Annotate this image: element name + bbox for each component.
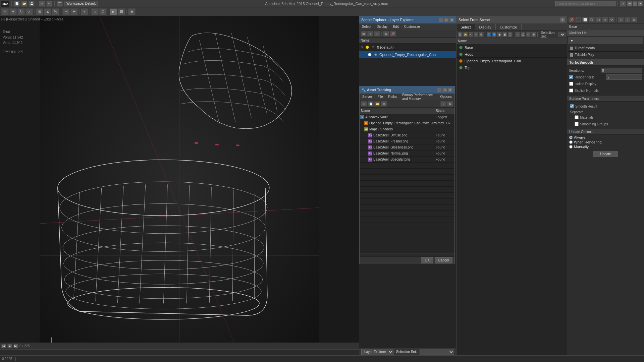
se-expand-icon[interactable]: ↕ — [367, 31, 373, 37]
help-btn[interactable]: ? — [620, 1, 626, 7]
at-minimize-btn[interactable]: ─ — [437, 87, 442, 92]
se-maximize-btn[interactable]: □ — [444, 17, 449, 22]
scene-item-can[interactable]: Opened_Empty_Rectangular_Can — [457, 58, 567, 64]
new-btn[interactable]: 📄 — [14, 1, 20, 7]
materials-checkbox[interactable] — [575, 115, 579, 119]
at-tb-icon3[interactable]: 📂 — [374, 101, 380, 107]
at-tb-icon2[interactable]: 📋 — [368, 101, 374, 107]
search-input[interactable] — [555, 1, 615, 6]
sfs-icon-11[interactable]: ≡ — [515, 32, 520, 37]
minimize-btn[interactable]: ─ — [627, 1, 632, 6]
se-menu-select[interactable]: Select — [361, 24, 373, 29]
modifier-dropdown[interactable]: ▼ — [568, 37, 643, 44]
at-row-maps[interactable]: 📁 Maps / Shaders — [360, 126, 454, 132]
render-icon[interactable]: 🎬 — [57, 1, 63, 7]
layer-item-can[interactable]: ◉ Opened_Empty_Rectangular_Can — [359, 51, 456, 58]
sfs-icon-7[interactable]: 🔷 — [492, 32, 497, 37]
at-row-glossiness[interactable]: Ps BaseSteel_Glossiness.png Found — [360, 144, 454, 150]
se-menu-customize[interactable]: Customize — [403, 24, 421, 29]
sfs-tab-customize[interactable]: Customize — [496, 24, 522, 30]
sfs-icon-12[interactable]: ▤ — [521, 32, 525, 37]
scene-tree[interactable]: Base Hoop Opened_Empty_Rectangular_Can T… — [457, 44, 567, 355]
mod-icon-1[interactable]: 📌 — [569, 17, 575, 22]
curve-editor[interactable]: ∿ — [91, 8, 99, 15]
rotate-tool[interactable]: ↻ — [17, 8, 25, 15]
sfs-icon-8[interactable]: ◆ — [497, 32, 502, 37]
open-btn[interactable]: 📂 — [21, 1, 27, 7]
at-tb-icon1[interactable]: ⊞ — [361, 101, 367, 107]
modifier-item-editablepoly[interactable]: Editable Poly — [568, 52, 643, 58]
sfs-close-btn[interactable]: ✕ — [560, 17, 565, 22]
restore-btn[interactable]: □ — [633, 1, 637, 6]
undo-btn[interactable]: ↩ — [39, 1, 45, 7]
align-tool[interactable]: ⊢ — [70, 8, 78, 15]
mod-icon-10[interactable]: ⊕ — [631, 17, 637, 22]
sfs-icon-10[interactable]: ⬡ — [508, 32, 513, 37]
at-tb-icon4[interactable]: ≡ — [381, 101, 387, 107]
at-close-btn[interactable]: ✕ — [448, 87, 452, 92]
at-row-diffuse[interactable]: Ps BaseSteel_Diffuse.png Found — [360, 132, 454, 138]
radio-always-btn[interactable] — [569, 136, 573, 139]
at-menu-options[interactable]: Options — [439, 94, 453, 99]
sfs-icon-4[interactable]: ○ — [474, 32, 478, 37]
radio-manually-btn[interactable] — [569, 145, 573, 148]
at-cancel-btn[interactable]: Cancel — [435, 257, 452, 263]
scene-item-base[interactable]: Base — [457, 44, 567, 51]
se-minimize-btn[interactable]: ─ — [439, 17, 443, 22]
mod-icon-6[interactable]: ≡ — [602, 17, 608, 22]
sfs-icon-14[interactable]: ⊕ — [531, 32, 536, 37]
explicit-normals-checkbox[interactable] — [569, 88, 573, 93]
at-row-fresnel[interactable]: Ps BaseSteel_Fresnel.png Found — [360, 138, 454, 144]
surface-params-section[interactable]: Surface Parameters — [567, 96, 644, 102]
at-ok-btn[interactable]: OK — [421, 257, 433, 263]
sfs-icon-6[interactable]: 🔵 — [487, 32, 491, 37]
save-btn[interactable]: 💾 — [29, 1, 35, 7]
mirror-tool[interactable]: ⊣ — [62, 8, 70, 15]
at-row-specular[interactable]: Ps BaseSteel_Specular.png Found — [360, 157, 454, 163]
sfs-tab-select[interactable]: Select — [457, 24, 475, 30]
isoline-checkbox[interactable] — [569, 82, 573, 86]
redo-btn[interactable]: ↪ — [46, 1, 52, 7]
layer-mgr[interactable]: ≡ — [81, 8, 88, 15]
scale-tool[interactable]: ⤢ — [25, 8, 33, 15]
sfs-icon-5[interactable]: ⊕ — [479, 32, 484, 37]
prev-frame-btn[interactable]: |◀ — [1, 344, 6, 348]
at-menu-bitmap[interactable]: Bitmap Performance and Memory — [401, 93, 436, 101]
mod-icon-7[interactable]: ⟳ — [609, 17, 615, 22]
sfs-icon-1[interactable]: ⊞ — [458, 32, 463, 37]
mod-icon-4[interactable]: ⬡ — [589, 17, 595, 22]
snap-toggle[interactable]: ⊞ — [36, 8, 43, 15]
at-maximize-btn[interactable]: □ — [442, 87, 447, 92]
viewport[interactable]: [+] [Perspective] [ Shaded + Edged Faces… — [0, 16, 359, 355]
select-tool[interactable]: ⊹ — [1, 8, 9, 15]
sfs-tab-display[interactable]: Display — [475, 24, 496, 30]
play-btn[interactable]: ▶ — [7, 344, 12, 348]
render-frame[interactable]: 🖼 — [118, 8, 125, 15]
smoothing-groups-checkbox[interactable] — [575, 122, 579, 126]
at-scrollbar[interactable] — [360, 253, 454, 256]
workspace-dropdown[interactable]: Workspace: Default — [64, 1, 98, 6]
mod-icon-3[interactable]: ⬜ — [582, 17, 588, 22]
render-iters-input[interactable] — [606, 74, 642, 80]
se-menu-edit[interactable]: Edit — [392, 24, 400, 29]
schematic-view[interactable]: ⬡ — [99, 8, 107, 15]
smooth-result-checkbox[interactable] — [570, 104, 574, 108]
se-collapse-icon[interactable]: ↔ — [374, 31, 380, 37]
sfs-selection-dropdown[interactable] — [558, 32, 566, 37]
next-frame-btn[interactable]: ▶| — [13, 344, 18, 348]
sfs-icon-3[interactable]: ✓ — [469, 32, 473, 37]
at-row-vault[interactable]: V Autodesk Vault Logged... — [360, 114, 454, 120]
radio-when-rendering-btn[interactable] — [569, 140, 573, 144]
at-menu-file[interactable]: File — [376, 94, 384, 99]
modifier-item-turbosmooth[interactable]: TurboSmooth — [568, 45, 643, 52]
scene-item-top[interactable]: Top — [457, 64, 567, 71]
update-button[interactable]: Update — [593, 151, 618, 157]
se-options-icon[interactable]: ⚙ — [383, 31, 389, 37]
render-iters-checkbox[interactable] — [569, 75, 573, 79]
sfs-icon-13[interactable]: ⊹ — [526, 32, 531, 37]
angle-snap[interactable]: ∠ — [44, 8, 51, 15]
update-options-section[interactable]: Update Options — [567, 129, 644, 135]
at-tb-settings[interactable]: ⚙ — [447, 101, 453, 107]
se-footer-dropdown[interactable]: Layer Explorer — [361, 349, 393, 355]
sfs-icon-2[interactable]: 🔒 — [463, 32, 468, 37]
